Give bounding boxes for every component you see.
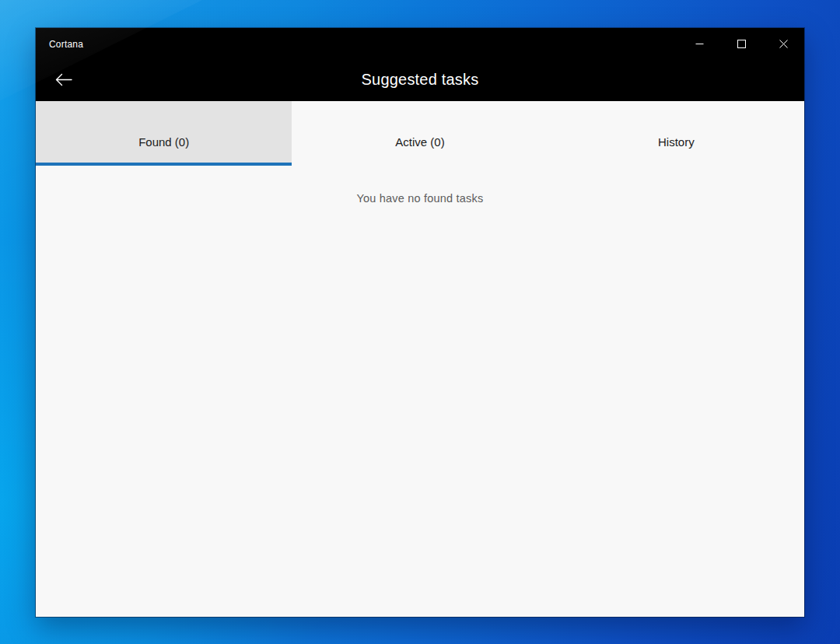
tab-history[interactable]: History (548, 101, 804, 166)
page-header: Suggested tasks (36, 60, 804, 101)
tab-strip: Found (0) Active (0) History (36, 101, 804, 166)
minimize-icon (695, 40, 704, 48)
app-title: Cortana (36, 28, 83, 60)
cortana-window: Cortana (36, 28, 804, 617)
tab-found[interactable]: Found (0) (36, 101, 292, 166)
back-button[interactable] (42, 60, 86, 101)
minimize-button[interactable] (678, 28, 720, 60)
tab-content: You have no found tasks (36, 166, 804, 617)
close-button[interactable] (762, 28, 804, 60)
empty-state-message: You have no found tasks (36, 192, 804, 205)
desktop-background: Cortana (0, 0, 840, 644)
close-icon (779, 40, 788, 48)
maximize-button[interactable] (720, 28, 762, 60)
page-title: Suggested tasks (362, 71, 479, 90)
back-arrow-icon (55, 73, 72, 89)
window-titlebar[interactable]: Cortana (36, 28, 804, 60)
maximize-icon (737, 40, 746, 48)
tab-active[interactable]: Active (0) (292, 101, 548, 166)
caption-buttons (678, 28, 804, 60)
